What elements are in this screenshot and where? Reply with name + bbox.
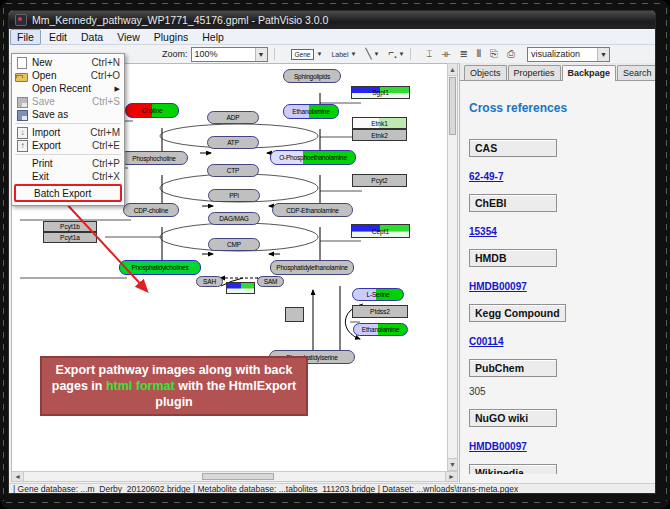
crossref-source-title: HMDB — [469, 249, 557, 267]
common-width-icon[interactable]: ⎘ — [490, 49, 498, 59]
pathway-node[interactable]: SAM — [257, 276, 284, 287]
pathway-node[interactable]: Phosphocholine — [120, 151, 188, 165]
stack-horizontal-icon[interactable]: ⫴ — [477, 49, 481, 59]
menu-view[interactable]: View — [111, 30, 146, 44]
gene-node[interactable]: Sgpl1 — [351, 86, 410, 99]
tab-properties[interactable]: Properties — [508, 65, 561, 80]
stack-vertical-icon[interactable]: ≣ — [459, 49, 467, 59]
pathway-node[interactable]: L-Serine — [352, 288, 404, 301]
scroll-right-icon[interactable]: ► — [445, 472, 457, 481]
file-menu-item-open[interactable]: OpenCtrl+O — [12, 69, 124, 82]
tab-objects[interactable]: Objects — [464, 65, 507, 80]
node-label: Cept1 — [372, 228, 389, 235]
file-menu-item-save-as[interactable]: Save as — [12, 108, 124, 121]
menu-item-label: Exit — [32, 171, 86, 182]
pathway-node[interactable]: Sphingolipids — [283, 69, 341, 83]
file-menu-dropdown: NewCtrl+NOpenCtrl+OOpen Recent▶SaveCtrl+… — [11, 53, 125, 206]
tab-backpage[interactable]: Backpage — [562, 65, 617, 81]
new-label-button[interactable]: Label — [331, 51, 348, 58]
chevron-down-icon[interactable]: ▼ — [374, 51, 380, 57]
menu-data[interactable]: Data — [75, 30, 109, 44]
pathway-node[interactable]: CMP — [208, 238, 260, 251]
crossref-source-title: CAS — [469, 139, 557, 157]
pathway-node[interactable]: Ethanolamine — [283, 104, 339, 119]
gene-node[interactable]: Etnk2 — [352, 129, 407, 141]
gene-node[interactable]: Cept1 — [351, 224, 410, 238]
tab-search[interactable]: Search — [617, 65, 656, 80]
node-label: Pcyt2 — [371, 177, 387, 184]
align-middle-icon[interactable]: ⟛ — [441, 49, 450, 59]
gene-node[interactable]: Pcyt1a — [43, 232, 97, 243]
pathway-node[interactable]: CDP-Ethanolamine — [272, 203, 353, 217]
pathway-node[interactable]: Ethanolamine — [353, 323, 408, 336]
new-gene-datanode-button[interactable]: Gene — [291, 49, 315, 60]
gene-node[interactable]: Ptdss2 — [352, 305, 408, 318]
node-label: Sphingolipids — [294, 73, 330, 80]
scrollbar-thumb[interactable] — [449, 77, 456, 135]
gene-node[interactable] — [226, 282, 255, 294]
crossref-link[interactable]: HMDB00097 — [469, 281, 527, 292]
gene-node[interactable] — [285, 307, 304, 322]
node-label: Ptdss2 — [370, 308, 390, 315]
frame-decoration — [6, 502, 664, 503]
scroll-up-icon[interactable]: ▲ — [448, 64, 457, 76]
file-menu-item-export[interactable]: ↑ExportCtrl+E — [12, 139, 124, 152]
node-label: CDP-Ethanolamine — [286, 207, 338, 214]
file-menu-item-save[interactable]: SaveCtrl+S — [12, 95, 124, 108]
pathway-node[interactable]: ADP — [207, 111, 259, 124]
visualization-combo[interactable]: visualization ▼ — [527, 47, 610, 62]
file-menu-item-batch-export[interactable]: Batch Export — [14, 184, 122, 202]
menu-edit[interactable]: Edit — [43, 30, 73, 44]
menu-item-shortcut: Ctrl+N — [91, 57, 120, 68]
chevron-down-icon[interactable]: ▼ — [351, 51, 357, 57]
menu-item-shortcut: Ctrl+E — [92, 140, 120, 151]
menu-plugins[interactable]: Plugins — [148, 30, 194, 44]
connector-tool-button[interactable]: ⌐▪ — [388, 48, 396, 60]
line-tool-button[interactable]: ╲ — [365, 49, 371, 59]
crossref-link[interactable]: HMDB00097 — [469, 441, 527, 452]
menu-help[interactable]: Help — [196, 30, 230, 44]
scrollbar-thumb[interactable] — [202, 473, 274, 480]
gene-node[interactable]: Pcyt2 — [352, 174, 407, 187]
node-label: Pcyt1a — [60, 234, 80, 241]
crossref-link[interactable]: 15354 — [469, 226, 497, 237]
node-label: CMP — [227, 241, 241, 248]
file-menu-item-new[interactable]: NewCtrl+N — [12, 56, 124, 69]
canvas-vertical-scrollbar[interactable]: ▲ ▼ — [447, 63, 458, 471]
common-height-icon[interactable]: ⎙ — [507, 49, 515, 59]
scroll-left-icon[interactable]: ◄ — [12, 472, 24, 481]
toolbar-separator — [410, 48, 411, 60]
pathway-node[interactable]: Phosphatidylcholines — [119, 260, 201, 275]
chevron-down-icon[interactable]: ▼ — [398, 51, 404, 57]
pathway-node[interactable]: SAH — [196, 276, 223, 287]
pathway-node[interactable]: CDP-choline — [123, 203, 179, 217]
canvas-horizontal-scrollbar[interactable]: ◄ ► — [11, 471, 458, 482]
crossref-link[interactable]: 62-49-7 — [469, 171, 503, 182]
gene-node[interactable]: Pcyt1b — [43, 221, 97, 232]
chevron-down-icon[interactable]: ▼ — [597, 48, 609, 61]
chevron-down-icon[interactable]: ▼ — [316, 51, 322, 57]
pathway-node[interactable]: Choline — [125, 103, 179, 118]
pathway-node[interactable]: DAG/MAG — [208, 212, 260, 225]
window-title: Mm_Kennedy_pathway_WP1771_45176.gpml - P… — [32, 14, 328, 26]
file-menu-item-import[interactable]: ↓ImportCtrl+M — [12, 126, 124, 139]
gene-node[interactable]: Etnk1 — [352, 117, 407, 129]
file-menu-item-exit[interactable]: ExitCtrl+X — [12, 170, 124, 183]
pathway-node[interactable]: O-Phosphoethanolamine — [270, 150, 356, 165]
chevron-down-icon[interactable]: ▼ — [255, 48, 267, 61]
node-label: CTP — [227, 167, 239, 174]
backpage-heading: Cross references — [469, 101, 656, 115]
crossref-link[interactable]: C00114 — [469, 336, 503, 347]
scroll-down-icon[interactable]: ▼ — [448, 458, 457, 470]
menu-file[interactable]: File — [10, 29, 41, 45]
pathway-node[interactable]: PPi — [208, 189, 260, 202]
pathway-node[interactable]: ATP — [207, 136, 259, 149]
pathway-node[interactable]: CTP — [207, 164, 259, 177]
file-menu-item-print[interactable]: PrintCtrl+P — [12, 157, 124, 170]
zoom-combo[interactable]: 100% ▼ — [191, 47, 268, 62]
align-center-icon[interactable]: ⌶ — [426, 49, 432, 59]
file-menu-item-open-recent[interactable]: Open Recent▶ — [12, 82, 124, 95]
node-label: Etnk2 — [371, 132, 388, 139]
import-icon: ↓ — [17, 127, 28, 139]
pathway-node[interactable]: Phosphatidylethanolamine — [270, 260, 354, 275]
